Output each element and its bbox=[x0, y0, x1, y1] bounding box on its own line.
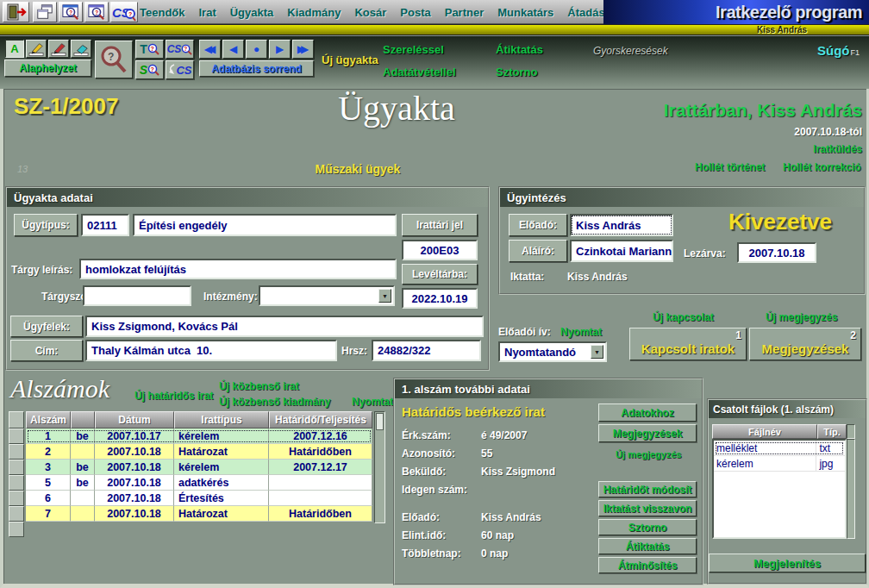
eloado-field[interactable]: Kiss András bbox=[570, 214, 673, 236]
column-header[interactable] bbox=[71, 411, 95, 428]
s-search-button[interactable]: S ? bbox=[135, 60, 164, 79]
column-header[interactable]: Irattípus bbox=[174, 411, 269, 428]
cs-search-button-2[interactable]: CS ? bbox=[166, 40, 194, 59]
nav-last-button[interactable]: ▶▶ bbox=[292, 40, 314, 59]
edit-modify-button[interactable] bbox=[48, 40, 69, 58]
row-selector[interactable] bbox=[9, 428, 24, 444]
adatbazis-sorrend-button[interactable]: Adatbázis sorrend bbox=[199, 60, 314, 77]
lezarva-field[interactable]: 2007.10.18 bbox=[737, 242, 816, 263]
menu-item-5[interactable]: Posta bbox=[400, 6, 430, 19]
menu-item-1[interactable]: Irat bbox=[199, 6, 216, 19]
column-header[interactable]: Dátum bbox=[95, 411, 174, 428]
uj-kapcsolat-link[interactable]: Új kapcsolat bbox=[653, 311, 714, 323]
szerelessel-link[interactable]: Szereléssel bbox=[383, 43, 444, 56]
nyomtatando-dropdown[interactable]: Nyomtatandó ▼ bbox=[498, 341, 607, 362]
table-row[interactable]: 72007.10.18HatározatHatáridőben bbox=[9, 506, 372, 522]
sugo-link[interactable]: SúgóF1 bbox=[817, 43, 860, 59]
row-selector[interactable] bbox=[9, 522, 24, 537]
megjegyzesek-button-2[interactable]: Megjegyzések bbox=[598, 424, 697, 442]
uj-megjegyzes-link-2[interactable]: Új megjegyzés bbox=[616, 449, 681, 460]
mode-view-button[interactable]: A bbox=[5, 40, 24, 58]
menu-item-2[interactable]: Ügyakta bbox=[230, 6, 274, 19]
search-window-button-2[interactable]: ? bbox=[84, 2, 109, 22]
column-header[interactable]: Típ. bbox=[817, 424, 847, 439]
help-search-button[interactable]: ? bbox=[95, 41, 133, 78]
exit-button[interactable] bbox=[3, 2, 29, 22]
cs-refresh-button[interactable]: CS bbox=[166, 60, 194, 79]
row-selector[interactable] bbox=[9, 475, 24, 491]
cs-search-button[interactable]: CS? bbox=[110, 2, 138, 22]
alszamok-scrollbar[interactable] bbox=[374, 411, 385, 523]
action-button-4[interactable]: Átminősítés bbox=[598, 557, 697, 573]
table-row[interactable]: 3be2007.10.18kérelem2007.12.17 bbox=[9, 460, 372, 475]
menu-item-6[interactable]: Partner bbox=[445, 6, 485, 19]
row-selector[interactable] bbox=[9, 460, 24, 475]
files-scrollbar[interactable] bbox=[847, 439, 855, 539]
table-row[interactable]: 22007.10.18HatározatHatáridőben bbox=[9, 444, 372, 460]
scrollbar-thumb[interactable] bbox=[376, 413, 384, 430]
alairo-field[interactable]: Czinkotai Mariann bbox=[570, 240, 673, 262]
leveltarba-date-field[interactable]: 2022.10.19 bbox=[402, 288, 478, 309]
search-window-button[interactable]: ? bbox=[59, 2, 83, 22]
uj-kozbenso-irat-link[interactable]: Új közbenső irat bbox=[219, 380, 299, 392]
row-selector[interactable] bbox=[9, 444, 24, 460]
nav-first-button[interactable]: ◀◀ bbox=[199, 40, 221, 59]
leveltarba-button[interactable]: Levéltárba: bbox=[402, 264, 478, 285]
files-scrollbar-top[interactable] bbox=[847, 424, 855, 439]
irattari-jel-button[interactable]: Irattári jel bbox=[402, 214, 478, 236]
row-selector[interactable] bbox=[9, 506, 24, 522]
column-header[interactable]: Alszám bbox=[26, 411, 71, 428]
menu-item-4[interactable]: Kosár bbox=[354, 6, 386, 19]
action-button-1[interactable]: Iktatást visszavon bbox=[598, 500, 697, 516]
hrsz-field[interactable]: 24882/322 bbox=[372, 340, 481, 361]
intezmeny-dropdown[interactable]: ▼ bbox=[259, 285, 395, 306]
nav-next-button[interactable]: ▶ bbox=[269, 40, 291, 59]
windows-button[interactable] bbox=[33, 2, 57, 22]
hollet-korrekcio-link[interactable]: Hollét korrekció bbox=[783, 161, 861, 173]
nyomtat-link[interactable]: Nyomtat bbox=[560, 326, 602, 338]
table-row[interactable]: 1be2007.10.17kérelem2007.12.16 bbox=[9, 428, 372, 444]
atiktatas-link[interactable]: Átiktatás bbox=[496, 43, 543, 56]
megjelenites-button[interactable]: Megjelenítés bbox=[709, 554, 866, 572]
adatatvetellel-link[interactable]: Adatátvétellel bbox=[383, 66, 456, 78]
t-search-button[interactable]: T ? bbox=[135, 40, 164, 59]
alairo-button[interactable]: Aláíró: bbox=[509, 240, 567, 262]
ugyfelek-button[interactable]: Ügyfelek: bbox=[10, 316, 83, 337]
uj-megjegyzes-link[interactable]: Új megjegyzés bbox=[766, 311, 837, 323]
table-row[interactable]: 5be2007.10.18adatkérés bbox=[9, 475, 372, 491]
column-header[interactable]: Fájlnév bbox=[712, 424, 817, 439]
ugyfelek-field[interactable]: Kiss Zsigmond, Kovács Pál bbox=[85, 316, 484, 337]
megjegyzesek-button[interactable]: 2 Megjegyzések bbox=[749, 328, 861, 360]
sztorno-link[interactable]: Sztorno bbox=[496, 66, 537, 78]
kapcsolt-iratok-button[interactable]: 1 Kapcsolt iratok bbox=[629, 328, 747, 360]
targy-leiras-field[interactable]: homlokzat felújítás bbox=[79, 259, 397, 279]
hollet-tortenet-link[interactable]: Hollét történet bbox=[695, 161, 765, 173]
ugytipus-button[interactable]: Ügytípus: bbox=[14, 214, 78, 236]
menu-item-3[interactable]: Kiadmány bbox=[287, 6, 341, 19]
cim-button[interactable]: Cím: bbox=[10, 340, 83, 361]
menu-item-8[interactable]: Átadás bbox=[567, 6, 604, 19]
chevron-down-icon[interactable]: ▼ bbox=[591, 345, 603, 359]
nav-prev-button[interactable]: ◀ bbox=[222, 40, 244, 59]
ugytipus-name-field[interactable]: Építési engedély bbox=[133, 214, 397, 236]
action-button-2[interactable]: Sztorno bbox=[598, 519, 697, 535]
cim-field[interactable]: Thaly Kálmán utca 10. bbox=[85, 340, 337, 361]
menu-item-7[interactable]: Munkatárs bbox=[497, 6, 553, 19]
ugytipus-code-field[interactable]: 02111 bbox=[81, 214, 129, 236]
action-button-3[interactable]: Átiktatás bbox=[598, 538, 697, 554]
row-selector[interactable] bbox=[9, 491, 24, 506]
edit-new-button[interactable] bbox=[26, 40, 47, 58]
file-row[interactable]: melléklettxt bbox=[714, 441, 845, 456]
chevron-down-icon[interactable]: ▼ bbox=[378, 289, 391, 303]
adatokhoz-button[interactable]: Adatokhoz bbox=[598, 403, 697, 422]
alszamok-nyomtat-link[interactable]: Nyomtat bbox=[352, 396, 393, 408]
table-row[interactable]: 62007.10.18Értesítés bbox=[9, 491, 372, 506]
uj-hataridos-irat-link[interactable]: Új határidős irat bbox=[134, 390, 213, 402]
iratkuldes-link[interactable]: Iratküldés bbox=[776, 143, 862, 155]
alaphelyzet-button[interactable]: Alaphelyzet bbox=[4, 59, 91, 77]
eloado-button[interactable]: Előadó: bbox=[509, 214, 567, 236]
uj-kozbenso-kiadmany-link[interactable]: Új közbenső kiadmány bbox=[219, 396, 330, 408]
irattari-jel-field[interactable]: 200E03 bbox=[402, 240, 478, 260]
menu-item-0[interactable]: Teendők bbox=[140, 6, 185, 19]
targyszo-field[interactable] bbox=[83, 285, 191, 306]
